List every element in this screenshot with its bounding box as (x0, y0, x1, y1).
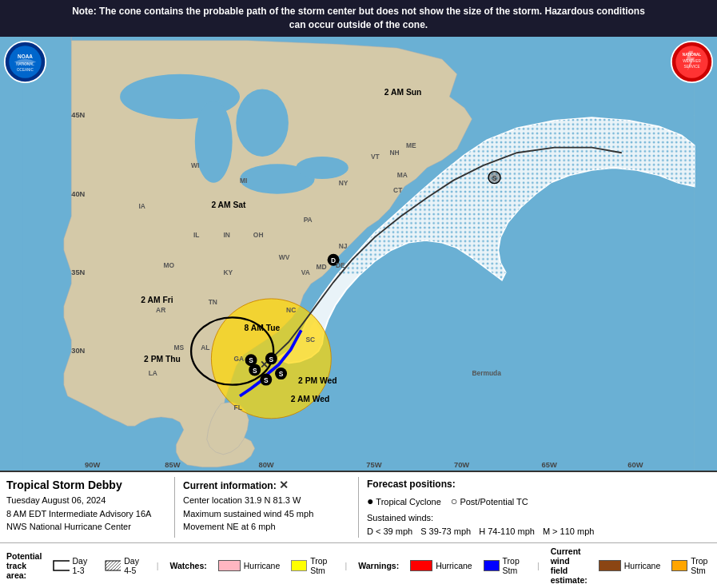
svg-text:CT: CT (393, 185, 403, 193)
hurricane-watch-label: Hurricane (244, 561, 281, 570)
sustained-winds-label: Sustained winds: (367, 511, 711, 525)
svg-text:IL: IL (193, 231, 199, 239)
svg-text:IA: IA (139, 202, 145, 210)
svg-text:FL: FL (234, 403, 242, 411)
svg-text:70W: 70W (454, 460, 469, 468)
noaa-logo: NOAA NATIONAL OCEANIC (3, 40, 47, 84)
forecast-items: ● Tropical Cyclone ○ Post/Potential TC (367, 493, 711, 510)
forecast-info: Forecast positions: ● Tropical Cyclone ○… (358, 477, 711, 538)
svg-text:75W: 75W (366, 460, 381, 468)
storm-center: NWS National Hurricane Center (6, 520, 166, 534)
storm-name: Tropical Storm Debby (6, 477, 166, 494)
svg-text:SERVICE: SERVICE (683, 64, 699, 68)
post-tc-symbol: ○ (451, 495, 457, 507)
info-row: Tropical Storm Debby Tuesday August 06, … (0, 471, 717, 542)
svg-text:WV: WV (279, 253, 290, 261)
svg-text:MI: MI (240, 176, 247, 184)
svg-text:S: S (269, 355, 274, 363)
svg-text:S: S (253, 366, 257, 374)
svg-point-15 (236, 89, 289, 156)
watches-title: Watches: (169, 561, 206, 570)
svg-text:S: S (249, 356, 253, 364)
wind-categories: D < 39 mph S 39-73 mph H 74-110 mph M > … (367, 525, 711, 538)
svg-rect-94 (54, 561, 69, 570)
svg-text:NJ: NJ (339, 242, 348, 250)
track-area-title: Potential track area: (6, 551, 42, 580)
svg-text:NC: NC (286, 305, 296, 313)
current-info-title: Current information: ✕ (183, 477, 350, 494)
note-text: Note: The cone contains the probable pat… (72, 6, 645, 30)
hurricane-watch-legend: Hurricane (218, 560, 281, 571)
svg-text:2 AM Sat: 2 AM Sat (211, 200, 246, 209)
svg-text:90W: 90W (85, 460, 100, 468)
storm-date: Tuesday August 06, 2024 (6, 494, 166, 507)
svg-text:40N: 40N (71, 189, 85, 197)
hurricane-warn-box (410, 560, 432, 571)
svg-text:KY: KY (223, 268, 233, 276)
storm-info: Tropical Storm Debby Tuesday August 06, … (6, 477, 166, 538)
trop-stm-warn-legend: Trop Stm (484, 556, 526, 575)
svg-text:45N: 45N (71, 111, 85, 119)
svg-text:ME: ME (406, 141, 416, 149)
svg-text:DE: DE (336, 260, 345, 268)
day4-5-legend: Day 4-5 (105, 556, 145, 575)
svg-text:OCEANIC: OCEANIC (17, 68, 34, 72)
day1-3-legend: Day 1-3 (53, 556, 94, 575)
svg-text:IN: IN (223, 231, 229, 239)
svg-text:2 AM Wed: 2 AM Wed (291, 395, 330, 403)
svg-point-17 (296, 156, 349, 178)
svg-text:PA: PA (304, 216, 313, 224)
svg-text:2 AM Fri: 2 AM Fri (141, 295, 173, 304)
main-container: Note: The cone contains the probable pat… (0, 0, 717, 588)
nws-logo: NATIONAL WEATHER SERVICE (670, 40, 714, 84)
svg-text:MD: MD (317, 263, 327, 271)
current-wind: Maximum sustained wind 45 mph (183, 507, 350, 521)
track-area-legend: Potential track area: (6, 551, 42, 580)
map-area: ✕ S S S S S D S 45N (0, 37, 717, 471)
day4-5-label: Day 4-5 (124, 556, 145, 575)
svg-point-14 (195, 100, 233, 182)
svg-text:NOAA: NOAA (18, 54, 33, 59)
svg-text:2 PM Wed: 2 PM Wed (298, 375, 337, 384)
svg-text:SC: SC (305, 336, 315, 344)
svg-text:MS: MS (174, 343, 185, 351)
hurricane-wind-legend: Hurricane (599, 560, 661, 571)
svg-text:80W: 80W (258, 460, 273, 468)
trop-stm-watch-box (291, 560, 307, 571)
current-movement: Movement NE at 6 mph (183, 520, 350, 534)
post-tc-label: Post/Potential TC (460, 497, 528, 507)
trop-stm-wind-legend: Trop Stm (671, 556, 714, 575)
watches-legend: Watches: (169, 561, 206, 570)
svg-text:2 PM Thu: 2 PM Thu (144, 354, 181, 363)
svg-text:LA: LA (149, 369, 157, 377)
current-position-mark: ✕ (279, 479, 289, 491)
trop-stm-watch-legend: Trop Stm (291, 556, 333, 575)
svg-text:8 AM Tue: 8 AM Tue (245, 324, 281, 332)
current-info: Current information: ✕ Center location 3… (174, 477, 350, 538)
day1-3-icon (53, 560, 69, 571)
bottom-panel: Tropical Storm Debby Tuesday August 06, … (0, 471, 717, 588)
wind-field-legend: Current wind field estimate: (551, 546, 588, 585)
tropical-cyclone-label: Tropical Cyclone (376, 497, 441, 507)
hurricane-wind-box (599, 560, 621, 571)
svg-text:TN: TN (209, 298, 217, 306)
hurricane-watch-box (218, 560, 241, 571)
warnings-title: Warnings: (358, 561, 399, 570)
tropical-cyclone-symbol: ● (367, 495, 373, 507)
post-tc-item: ○ Post/Potential TC (451, 493, 528, 510)
hurricane-warn-legend: Hurricane (410, 560, 472, 571)
svg-text:MA: MA (397, 171, 408, 179)
svg-text:OH: OH (253, 231, 264, 239)
svg-text:VA: VA (301, 268, 310, 276)
trop-stm-wind-label: Trop Stm (691, 556, 714, 575)
trop-stm-warn-box (484, 560, 500, 571)
day4-5-icon (105, 560, 121, 571)
svg-text:30N: 30N (71, 347, 85, 355)
note-bar: Note: The cone contains the probable pat… (0, 0, 717, 37)
trop-stm-warn-label: Trop Stm (503, 556, 526, 575)
svg-text:85W: 85W (165, 460, 180, 468)
warnings-legend: Warnings: (358, 561, 399, 570)
svg-text:65W: 65W (542, 460, 557, 468)
svg-text:AL: AL (201, 343, 209, 351)
trop-stm-wind-box (671, 560, 687, 571)
